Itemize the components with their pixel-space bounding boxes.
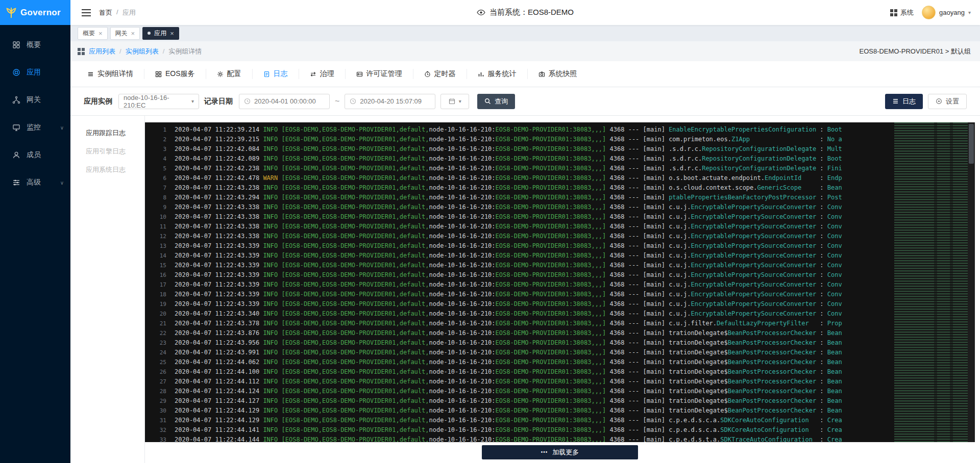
tab-governance[interactable]: 治理: [299, 69, 345, 79]
search-icon: [484, 98, 491, 105]
log-line: 202020-04-07 11:22:43.340 INFO [EOS8-DEM…: [145, 309, 975, 319]
sidebar-item-label: 高级: [27, 178, 41, 187]
close-icon[interactable]: ×: [170, 30, 174, 37]
log-line: 252020-04-07 11:22:44.062 INFO [EOS8-DEM…: [145, 357, 975, 367]
list-icon: [87, 71, 94, 78]
brand[interactable]: Governor: [0, 0, 70, 25]
caret-down-icon: ▾: [191, 98, 194, 104]
sidebar-item-overview[interactable]: 概要: [0, 31, 70, 59]
breadcrumb: 首页 / 应用: [99, 8, 136, 17]
instance-select-value: node-10-16-16-210:EC: [124, 94, 188, 109]
log-lines: 12020-04-07 11:22:39.214 INFO [EOS8-DEMO…: [145, 125, 975, 442]
user-icon: [12, 151, 20, 159]
log-line: 282020-04-07 11:22:44.124 INFO [EOS8-DEM…: [145, 387, 975, 396]
open-tab-application[interactable]: 应用 ×: [142, 27, 179, 40]
tab-license-management[interactable]: 许可证管理: [345, 69, 413, 79]
log-line: 122020-04-07 11:22:43.338 INFO [EOS8-DEM…: [145, 232, 975, 241]
user-menu[interactable]: gaoyang ▾: [922, 6, 971, 19]
log-nav-label: 应用引擎日志: [86, 147, 126, 155]
current-system: 当前系统：EOS8-DEMO: [477, 8, 574, 17]
log-content: 应用跟踪日志 应用引擎日志 应用系统日志 12020-04-07 11:22:3…: [70, 116, 980, 463]
chevron-down-icon: ∨: [60, 180, 64, 186]
log-line: 112020-04-07 11:22:43.338 INFO [EOS8-DEM…: [145, 222, 975, 232]
minimap[interactable]: [894, 122, 968, 442]
log-nav-engine[interactable]: 应用引擎日志: [70, 142, 144, 161]
date-preset-button[interactable]: ▾: [440, 94, 469, 109]
date-from-value: 2020-04-01 00:00:00: [254, 97, 316, 105]
tab-label: 许可证管理: [366, 69, 402, 79]
menu-toggle-icon[interactable]: [76, 9, 97, 16]
breadcrumb-separator: /: [119, 47, 121, 55]
tab-timer[interactable]: 定时器: [413, 69, 467, 79]
sidebar-item-label: 应用: [27, 68, 41, 77]
log-line: 212020-04-07 11:22:43.378 INFO [EOS8-DEM…: [145, 319, 975, 328]
log-line: 162020-04-07 11:22:43.339 INFO [EOS8-DEM…: [145, 270, 975, 280]
appstore-icon: [890, 9, 897, 16]
current-system-label: 当前系统：EOS8-DEMO: [489, 8, 574, 17]
filter-bar: 应用实例 node-10-16-16-210:EC ▾ 记录日期 2020-04…: [70, 87, 980, 116]
camera-icon: [538, 71, 545, 78]
close-icon[interactable]: ×: [131, 30, 135, 37]
username: gaoyang: [939, 9, 965, 16]
sidebar-item-label: 概要: [27, 40, 41, 49]
system-link[interactable]: 系统: [890, 8, 914, 17]
tab-configuration[interactable]: 配置: [206, 69, 252, 79]
date-label: 记录日期: [204, 97, 233, 106]
log-type-nav: 应用跟踪日志 应用引擎日志 应用系统日志: [70, 116, 145, 463]
list-icon: [892, 98, 899, 105]
date-range-separator: ~: [335, 97, 339, 106]
swap-arrows-icon: [310, 71, 316, 78]
breadcrumb-instance-group-list[interactable]: 实例组列表: [126, 47, 159, 56]
open-tab-overview[interactable]: 概要 ×: [78, 27, 108, 40]
open-tab-gateway[interactable]: 网关 ×: [110, 27, 140, 40]
tab-instance-group-detail[interactable]: 实例组详情: [77, 69, 144, 79]
breadcrumb-separator: /: [116, 8, 118, 17]
load-more-button[interactable]: ••• 加载更多: [482, 445, 638, 459]
tab-label: 网关: [115, 29, 128, 38]
log-view-button[interactable]: 日志: [885, 94, 923, 109]
sidebar-item-advanced[interactable]: 高级 ∨: [0, 169, 70, 196]
ellipsis-icon: •••: [541, 449, 548, 455]
sidebar-item-members[interactable]: 成员: [0, 141, 70, 169]
instance-select[interactable]: node-10-16-16-210:EC ▾: [118, 94, 199, 109]
tab-eos-services[interactable]: EOS服务: [144, 69, 206, 79]
scrollbar[interactable]: [968, 122, 975, 442]
sidebar-item-gateway[interactable]: 网关: [0, 86, 70, 114]
log-viewer[interactable]: 12020-04-07 11:22:39.214 INFO [EOS8-DEMO…: [145, 122, 975, 442]
avatar[interactable]: [922, 6, 936, 19]
log-nav-trace[interactable]: 应用跟踪日志: [70, 124, 144, 142]
log-line: 292020-04-07 11:22:44.127 INFO [EOS8-DEM…: [145, 396, 975, 406]
tab-logs[interactable]: 日志: [252, 69, 299, 79]
query-button[interactable]: 查询: [477, 94, 515, 109]
breadcrumb-app-list[interactable]: 应用列表: [89, 47, 115, 56]
log-line: 82020-04-07 11:22:43.294 INFO [EOS8-DEMO…: [145, 193, 975, 202]
tab-system-snapshot[interactable]: 系统快照: [527, 69, 588, 79]
open-tabs-strip: 概要 × 网关 × 应用 ×: [70, 25, 980, 41]
sidebar-item-application[interactable]: 应用: [0, 59, 70, 86]
settings-view-button[interactable]: 设置: [928, 94, 967, 109]
sidebar-item-monitoring[interactable]: 监控 ∨: [0, 114, 70, 141]
dashboard-icon: [12, 41, 20, 49]
clock-icon: [350, 98, 356, 105]
grid-icon: [78, 48, 85, 55]
page-breadcrumb: 应用列表 / 实例组列表 / 实例组详情 EOS8-DEMO-PROVIDER0…: [70, 41, 980, 61]
grid-icon: [155, 71, 162, 78]
application-icon: [12, 68, 20, 76]
tab-service-statistics[interactable]: 服务统计: [467, 69, 527, 79]
log-line: 22020-04-07 11:22:39.215 INFO [EOS8-DEMO…: [145, 135, 975, 144]
log-nav-system[interactable]: 应用系统日志: [70, 161, 144, 179]
close-icon[interactable]: ×: [99, 30, 103, 37]
date-to-input[interactable]: 2020-04-20 15:07:09: [345, 94, 435, 109]
log-line: 12020-04-07 11:22:39.214 INFO [EOS8-DEMO…: [145, 125, 975, 135]
sidebar-item-label: 监控: [27, 123, 41, 132]
breadcrumb-current: 应用: [122, 8, 136, 17]
log-line: 42020-04-07 11:22:42.089 INFO [EOS8-DEMO…: [145, 154, 975, 164]
log-area: 12020-04-07 11:22:39.214 INFO [EOS8-DEMO…: [145, 116, 980, 463]
tab-label: EOS服务: [165, 69, 195, 79]
log-line: 232020-04-07 11:22:43.956 INFO [EOS8-DEM…: [145, 338, 975, 348]
scrollbar-thumb[interactable]: [969, 124, 974, 164]
date-from-input[interactable]: 2020-04-01 00:00:00: [239, 94, 330, 109]
sidebar: Governor 概要 应用 网关 监控 ∨ 成员: [0, 0, 70, 463]
breadcrumb-home[interactable]: 首页: [99, 8, 112, 17]
log-line: 72020-04-07 11:22:43.238 INFO [EOS8-DEMO…: [145, 183, 975, 193]
